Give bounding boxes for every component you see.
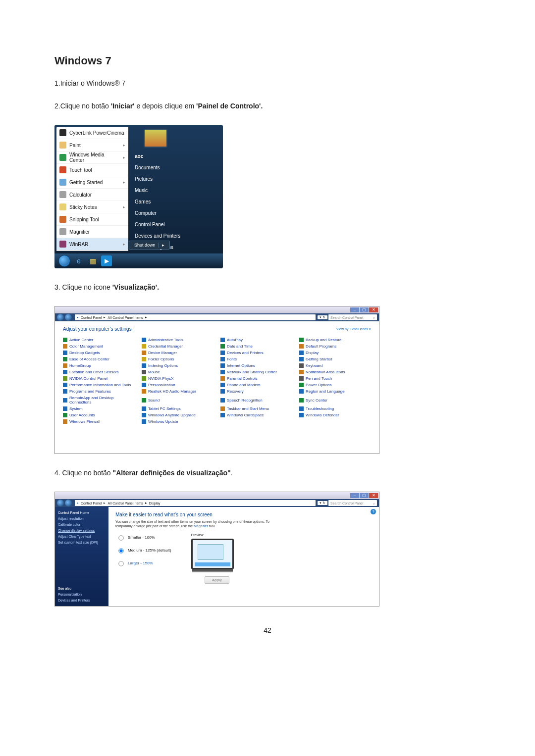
breadcrumb[interactable]: ▸ Control Panel▸ All Control Panel Items…	[75, 314, 316, 320]
start-right-link[interactable]: Pictures	[129, 173, 221, 185]
user-name[interactable]: aoc	[129, 151, 221, 162]
cp-item[interactable]: AutoPlay	[220, 338, 292, 342]
start-menu-program[interactable]: WinRAR▸	[56, 238, 128, 251]
close-button[interactable]: ✕	[369, 307, 378, 312]
cp-item[interactable]: Administrative Tools	[142, 338, 214, 342]
help-icon[interactable]: ?	[371, 509, 376, 514]
see-also-devices[interactable]: Devices and Printers	[58, 599, 106, 602]
cp-item[interactable]: Power Options	[299, 383, 371, 387]
cp-item[interactable]: Windows Firewall	[63, 419, 135, 424]
cp-item[interactable]: HomeGroup	[63, 363, 135, 368]
start-orb-icon[interactable]	[58, 255, 70, 267]
explorer-icon[interactable]: ▥	[87, 255, 98, 266]
start-right-link[interactable]: Games	[129, 196, 221, 207]
forward-button[interactable]	[65, 314, 72, 321]
cp-item[interactable]: NVIDIA Control Panel	[63, 376, 135, 381]
radio-smaller[interactable]: Smaller - 100%	[115, 533, 171, 541]
close-button[interactable]: ✕	[369, 493, 378, 498]
cp-item[interactable]: Location and Other Sensors	[63, 370, 135, 374]
cp-item[interactable]: Network and Sharing Center	[220, 370, 292, 374]
sidebar-calibrate-color[interactable]: Calibrate color	[58, 523, 106, 526]
cp-item[interactable]: Parental Controls	[220, 376, 292, 381]
cp-item[interactable]: Region and Language	[299, 389, 371, 394]
window-titlebar[interactable]: –▢✕	[55, 306, 379, 313]
cp-item[interactable]: Notification Area Icons	[299, 370, 371, 374]
start-right-link[interactable]: Devices and Printers	[129, 230, 221, 242]
start-menu-program[interactable]: CyberLink PowerCinema	[56, 127, 128, 139]
cp-item[interactable]: Windows Defender	[299, 413, 371, 417]
view-by-dropdown[interactable]: View by: Small icons ▾	[336, 327, 371, 331]
cp-item[interactable]: Credential Manager	[142, 344, 214, 349]
crumb-b[interactable]: All Control Panel Items	[107, 502, 143, 505]
sidebar-adjust-resolution[interactable]: Adjust resolution	[58, 517, 106, 520]
cp-home-link[interactable]: Control Panel Home	[58, 511, 106, 514]
start-right-link[interactable]: Computer	[129, 207, 221, 219]
cp-item[interactable]: Windows Anytime Upgrade	[142, 413, 214, 417]
crumb-c[interactable]: Display	[149, 502, 160, 505]
start-menu-program[interactable]: Windows Media Center▸	[56, 151, 128, 164]
cp-item[interactable]: Folder Options	[142, 357, 214, 361]
cp-item[interactable]: Sound	[142, 396, 214, 404]
cp-item[interactable]: User Accounts	[63, 413, 135, 417]
apply-button[interactable]: Apply	[205, 576, 229, 584]
media-player-icon[interactable]: ▶	[101, 255, 112, 266]
crumb-a[interactable]: Control Panel	[81, 316, 102, 319]
cp-item[interactable]: Recovery	[220, 389, 292, 394]
minimize-button[interactable]: –	[350, 493, 359, 498]
sidebar-cleartype[interactable]: Adjust ClearType text	[58, 535, 106, 538]
cp-item[interactable]: Color Management	[63, 344, 135, 349]
radio-medium[interactable]: Medium - 125% (default)	[115, 546, 171, 554]
forward-button[interactable]	[65, 500, 72, 506]
cp-item[interactable]: Taskbar and Start Menu	[220, 406, 292, 411]
start-menu-program[interactable]: Getting Started▸	[56, 176, 128, 189]
sidebar-change-display-settings[interactable]: Change display settings	[58, 529, 106, 532]
maximize-button[interactable]: ▢	[360, 493, 369, 498]
radio-larger[interactable]: Larger - 150%	[115, 559, 171, 567]
start-menu-program[interactable]: Paint▸	[56, 139, 128, 151]
cp-item[interactable]: Tablet PC Settings	[142, 406, 214, 411]
cp-item[interactable]: Display	[299, 351, 371, 355]
cp-item[interactable]: Desktop Gadgets	[63, 351, 135, 355]
cp-item[interactable]: Keyboard	[299, 363, 371, 368]
cp-item[interactable]: System	[63, 406, 135, 411]
start-menu-program[interactable]: Magnifier	[56, 226, 128, 238]
cp-item[interactable]: Programs and Features	[63, 389, 135, 394]
cp-item[interactable]: Internet Options	[220, 363, 292, 368]
cp-item[interactable]: RemoteApp and Desktop Connections	[63, 396, 135, 404]
search-input[interactable]: Search Control Panel ⌕	[328, 314, 377, 320]
cp-item[interactable]: Mouse	[142, 370, 214, 374]
cp-item[interactable]: Getting Started	[299, 357, 371, 361]
window-titlebar[interactable]: –▢✕	[55, 492, 379, 499]
start-menu-program[interactable]: Touch tool	[56, 164, 128, 176]
cp-item[interactable]: Default Programs	[299, 344, 371, 349]
start-menu-program[interactable]: Snipping Tool	[56, 213, 128, 226]
cp-item[interactable]: Windows Update	[142, 419, 214, 424]
crumb-b[interactable]: All Control Panel Items	[107, 316, 143, 319]
start-right-link[interactable]: Music	[129, 185, 221, 196]
breadcrumb[interactable]: ▸ Control Panel▸ All Control Panel Items…	[75, 500, 316, 506]
user-avatar-icon[interactable]	[144, 129, 167, 148]
cp-item[interactable]: Backup and Restore	[299, 338, 371, 342]
cp-item[interactable]: Phone and Modem	[220, 383, 292, 387]
cp-item[interactable]: Ease of Access Center	[63, 357, 135, 361]
cp-item[interactable]: NVIDIA PhysX	[142, 376, 214, 381]
sidebar-custom-dpi[interactable]: Set custom text size (DPI)	[58, 541, 106, 544]
search-input[interactable]: Search Control Panel ⌕	[328, 500, 377, 506]
cp-item[interactable]: Sync Center	[299, 396, 371, 404]
minimize-button[interactable]: –	[350, 307, 359, 312]
cp-item[interactable]: Devices and Printers	[220, 351, 292, 355]
start-menu-program[interactable]: Calculator	[56, 189, 128, 201]
cp-item[interactable]: Device Manager	[142, 351, 214, 355]
chevron-right-icon[interactable]: ▸	[159, 243, 164, 248]
back-button[interactable]	[57, 500, 64, 506]
crumb-a[interactable]: Control Panel	[81, 502, 102, 505]
cp-item[interactable]: Troubleshooting	[299, 406, 371, 411]
cp-item[interactable]: Personalization	[142, 383, 214, 387]
start-right-link[interactable]: Documents	[129, 162, 221, 173]
cp-item[interactable]: Windows CardSpace	[220, 413, 292, 417]
cp-item[interactable]: Action Center	[63, 338, 135, 342]
see-also-personalization[interactable]: Personalization	[58, 593, 106, 596]
cp-item[interactable]: Indexing Options	[142, 363, 214, 368]
cp-item[interactable]: Realtek HD Audio Manager	[142, 389, 214, 394]
maximize-button[interactable]: ▢	[360, 307, 369, 312]
